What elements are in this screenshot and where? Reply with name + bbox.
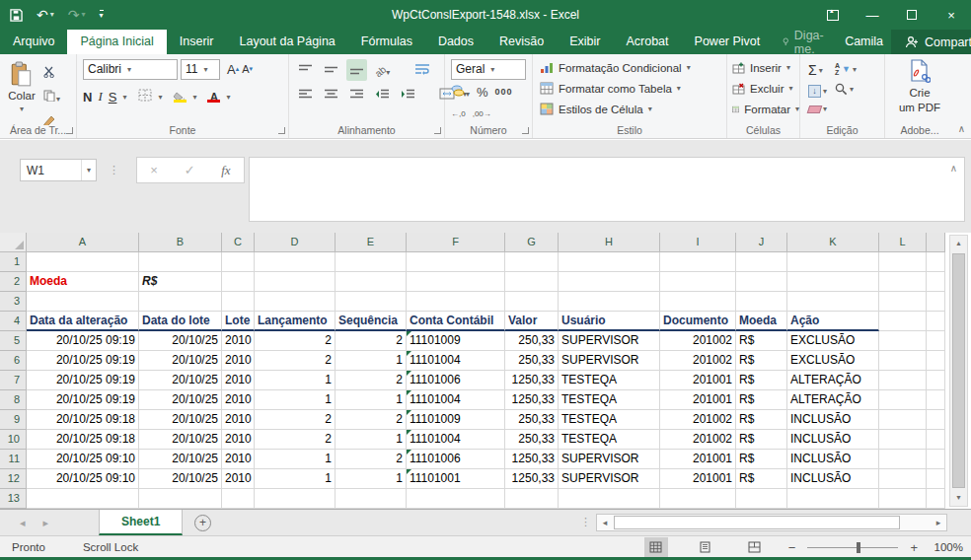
cell[interactable]: INCLUSÃO	[787, 469, 879, 489]
ribbon-tab-p-gina-inicial[interactable]: Página Inicial	[67, 30, 166, 54]
cell[interactable]: 1	[255, 371, 336, 390]
cell[interactable]: SUPERVISOR	[559, 331, 660, 351]
decrease-indent-button[interactable]	[372, 84, 393, 105]
cell[interactable]	[407, 292, 505, 312]
cell[interactable]: 201002	[660, 410, 736, 430]
clear-button[interactable]: ▾	[808, 105, 827, 113]
cell[interactable]	[927, 331, 945, 351]
cell[interactable]	[879, 450, 927, 469]
alignment-dialog-launcher-icon[interactable]	[434, 127, 441, 134]
column-header-E[interactable]: E	[336, 233, 407, 252]
cell[interactable]: Moeda	[27, 272, 139, 292]
cell[interactable]	[139, 292, 222, 312]
cell[interactable]	[505, 252, 559, 272]
sheet-nav-left-icon[interactable]: ◂	[20, 517, 26, 529]
cell[interactable]: 1250,33	[505, 469, 559, 489]
cell[interactable]	[407, 252, 505, 272]
cell[interactable]	[407, 272, 505, 292]
comma-style-button[interactable]: 000	[495, 87, 513, 97]
row-header-12[interactable]: 12	[0, 469, 27, 489]
page-layout-view-button[interactable]	[694, 537, 717, 557]
align-bottom-button[interactable]	[346, 59, 367, 81]
ribbon-tab-arquivo[interactable]: Arquivo	[0, 30, 67, 54]
cell[interactable]	[879, 430, 927, 450]
cell[interactable]: 201002	[660, 351, 736, 371]
name-box-dropdown-icon[interactable]: ▾	[81, 160, 96, 180]
cell[interactable]: 11101004	[407, 351, 505, 371]
column-header-A[interactable]: A	[27, 233, 139, 252]
cell[interactable]	[660, 272, 736, 292]
zoom-slider-thumb[interactable]	[857, 542, 860, 553]
page-break-view-button[interactable]	[743, 537, 767, 557]
font-size-combo[interactable]: 11▾	[181, 59, 220, 80]
cell[interactable]: R$	[736, 410, 787, 430]
ribbon-tab-f-rmulas[interactable]: Fórmulas	[348, 30, 425, 54]
cell[interactable]: SUPERVISOR	[559, 351, 660, 371]
cell[interactable]	[559, 272, 660, 292]
column-header-m[interactable]	[927, 233, 945, 252]
cell[interactable]: EXCLUSÃO	[787, 331, 879, 351]
cell[interactable]: TESTEQA	[559, 430, 660, 450]
cell[interactable]: 250,33	[505, 331, 559, 351]
cell[interactable]: 20/10/25	[139, 430, 222, 450]
cell[interactable]: 201001	[660, 450, 736, 469]
cell[interactable]: 2010	[222, 371, 255, 390]
cell[interactable]	[787, 489, 879, 509]
cell[interactable]: 201002	[660, 331, 736, 351]
header-cell[interactable]: Usuário	[559, 312, 660, 331]
cell[interactable]: TESTEQA	[559, 371, 660, 390]
header-cell[interactable]: Valor	[505, 312, 559, 331]
cell[interactable]	[222, 252, 255, 272]
decrease-font-button[interactable]: A▾	[242, 63, 253, 75]
borders-button[interactable]	[138, 89, 152, 105]
cell[interactable]: 20/10/25 09:18	[27, 410, 139, 430]
cell[interactable]: TESTEQA	[559, 410, 660, 430]
header-cell[interactable]: Lote	[222, 312, 255, 331]
align-middle-button[interactable]	[321, 59, 341, 81]
font-color-button[interactable]: A	[207, 92, 220, 103]
cell[interactable]	[660, 489, 736, 509]
name-box[interactable]: W1 ▾	[20, 159, 97, 181]
cell[interactable]: 20/10/25 09:19	[27, 390, 139, 410]
paste-button[interactable]: Colar ▾	[0, 57, 43, 113]
cell[interactable]	[336, 292, 407, 312]
horizontal-scrollbar[interactable]: ◂ ▸	[596, 514, 947, 531]
cell[interactable]	[336, 272, 407, 292]
cell[interactable]: INCLUSÃO	[787, 430, 879, 450]
cell[interactable]: 2010	[222, 469, 255, 489]
cell[interactable]: 11101004	[407, 430, 505, 450]
cell[interactable]: R$	[736, 371, 787, 390]
header-cell[interactable]: Moeda	[736, 312, 787, 331]
cell[interactable]: 20/10/25	[139, 410, 222, 430]
cell[interactable]: 1	[336, 351, 407, 371]
scroll-left-icon[interactable]: ◂	[597, 515, 613, 530]
cell[interactable]: EXCLUSÃO	[787, 351, 879, 371]
cell[interactable]	[255, 489, 336, 509]
row-header-6[interactable]: 6	[0, 351, 27, 371]
cell[interactable]: 250,33	[505, 430, 559, 450]
maximize-button[interactable]	[892, 0, 932, 30]
align-top-button[interactable]	[295, 59, 316, 81]
formula-input[interactable]: ∧	[249, 157, 965, 222]
cell[interactable]: R$	[139, 272, 222, 292]
column-header-K[interactable]: K	[787, 233, 879, 252]
cell[interactable]: 1	[336, 469, 407, 489]
number-format-combo[interactable]: Geral▾	[451, 59, 526, 80]
font-name-combo[interactable]: Calibri▾	[83, 59, 178, 80]
cell[interactable]: 2010	[222, 430, 255, 450]
cell[interactable]: 2010	[222, 331, 255, 351]
cell[interactable]: 2010	[222, 410, 255, 430]
row-header-1[interactable]: 1	[0, 252, 27, 272]
sort-filter-button[interactable]: AZ▼▾	[835, 62, 857, 76]
redo-button[interactable]: ↷▾	[68, 8, 86, 22]
copy-button[interactable]: ▾	[43, 88, 60, 105]
cut-button[interactable]	[43, 64, 60, 82]
delete-cells-button[interactable]: Excluir▾	[732, 78, 799, 99]
cell-styles-button[interactable]: Estilos de Célula▾	[540, 99, 726, 119]
create-pdf-button[interactable]: Crieum PDF	[893, 59, 946, 114]
cell[interactable]: 20/10/25	[139, 331, 222, 351]
cell[interactable]: 20/10/25 09:19	[27, 371, 139, 390]
cell[interactable]	[879, 292, 927, 312]
cell[interactable]	[736, 292, 787, 312]
cell[interactable]	[505, 292, 559, 312]
